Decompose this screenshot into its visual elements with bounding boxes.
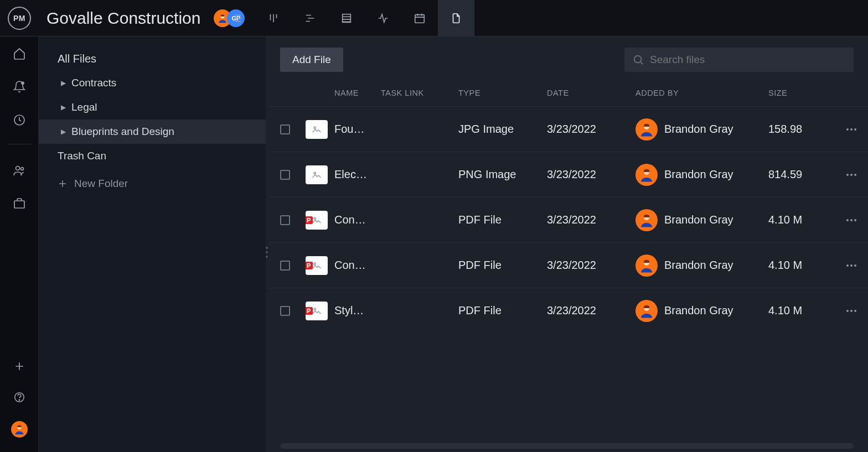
added-by-name: Brandon Gray: [664, 304, 733, 317]
more-horizontal-icon: [845, 304, 858, 318]
row-more-button[interactable]: [835, 123, 868, 136]
col-size[interactable]: SIZE: [768, 89, 835, 97]
recent-icon[interactable]: [12, 113, 27, 127]
row-checkbox[interactable]: [280, 124, 290, 134]
file-thumbnail: [306, 165, 328, 184]
search-icon: [632, 54, 644, 66]
svg-point-4: [22, 82, 24, 84]
file-type: PDF File: [458, 304, 547, 317]
file-thumbnail: P: [306, 256, 328, 275]
tree-folder[interactable]: ▶Blueprints and Design: [39, 120, 266, 144]
row-more-button[interactable]: [835, 259, 868, 272]
add-icon[interactable]: [12, 359, 27, 373]
file-name[interactable]: Foundation Blu...: [334, 123, 381, 136]
file-name[interactable]: Conceptual Dr...: [334, 259, 381, 272]
svg-point-12: [634, 56, 642, 63]
caret-right-icon: ▶: [61, 128, 66, 136]
avatar[interactable]: [636, 300, 658, 322]
file-size: 4.10 M: [768, 214, 835, 226]
file-thumbnail: [306, 120, 328, 139]
svg-point-36: [850, 310, 852, 312]
avatar[interactable]: [636, 254, 658, 277]
svg-point-16: [850, 128, 852, 131]
user-avatar[interactable]: [11, 421, 28, 438]
table-row[interactable]: PConceptual Dr...PDF File3/23/2022Brando…: [269, 242, 868, 288]
search-input[interactable]: [650, 54, 846, 66]
file-type: PNG Image: [458, 168, 547, 181]
board-view-icon: [267, 12, 280, 24]
folder-sidebar: All Files ▶Contracts▶Legal▶Blueprints an…: [39, 37, 266, 452]
tree-trash[interactable]: Trash Can: [39, 144, 266, 168]
gantt-view-icon: [304, 12, 316, 24]
top-bar: PM Govalle Construction GP: [0, 0, 868, 37]
portfolio-icon[interactable]: [12, 196, 27, 211]
table-row[interactable]: Foundation Blu...JPG Image3/23/2022Brand…: [269, 106, 868, 152]
plus-icon: [58, 179, 68, 189]
sheet-view-tab[interactable]: [328, 0, 365, 37]
files-view-tab[interactable]: [438, 0, 474, 37]
folder-label: Blueprints and Design: [71, 126, 174, 138]
svg-point-10: [19, 399, 19, 400]
added-by: Brandon Gray: [636, 164, 768, 186]
col-task-link[interactable]: TASK LINK: [381, 89, 458, 97]
activity-view-tab[interactable]: [365, 0, 401, 37]
team-icon[interactable]: [12, 163, 27, 178]
svg-point-32: [854, 264, 856, 267]
file-name[interactable]: Style Referenc...: [334, 304, 381, 317]
table-row[interactable]: PStyle Referenc...PDF File3/23/2022Brand…: [269, 288, 868, 333]
col-name[interactable]: NAME: [334, 89, 381, 97]
home-icon[interactable]: [12, 46, 27, 61]
app-logo[interactable]: PM: [8, 7, 31, 30]
notifications-icon[interactable]: [12, 80, 27, 94]
board-view-tab[interactable]: [255, 0, 292, 37]
file-date: 3/23/2022: [547, 123, 636, 136]
folder-label: Legal: [71, 101, 97, 113]
sidebar-resize-handle[interactable]: [266, 247, 268, 258]
file-thumbnail: P: [306, 302, 328, 320]
avatar[interactable]: [636, 164, 658, 186]
svg-point-26: [850, 219, 852, 221]
file-type: PDF File: [458, 259, 547, 272]
view-tabs: [219, 0, 474, 37]
horizontal-scrollbar[interactable]: [280, 443, 854, 449]
tree-folder[interactable]: ▶Contracts: [39, 71, 266, 95]
row-checkbox[interactable]: [280, 215, 290, 225]
svg-point-21: [850, 174, 852, 176]
gantt-view-tab[interactable]: [292, 0, 328, 37]
calendar-view-tab[interactable]: [401, 0, 438, 37]
row-checkbox[interactable]: [280, 306, 290, 316]
row-checkbox[interactable]: [280, 170, 290, 180]
svg-point-35: [846, 310, 849, 312]
col-date[interactable]: DATE: [547, 89, 636, 97]
tree-root-all-files[interactable]: All Files: [39, 46, 266, 71]
avatar[interactable]: [636, 209, 658, 231]
avatar[interactable]: [636, 118, 658, 141]
row-more-button[interactable]: [835, 304, 868, 318]
row-checkbox[interactable]: [280, 261, 290, 271]
file-type: PDF File: [458, 214, 547, 226]
list-view-tab[interactable]: [219, 0, 255, 37]
file-name[interactable]: Electrical and ...: [334, 168, 381, 181]
table-row[interactable]: PConceptual Dr...PDF File3/23/2022Brando…: [269, 197, 868, 242]
col-added-by[interactable]: ADDED BY: [636, 89, 768, 97]
table-row[interactable]: Electrical and ...PNG Image3/23/2022Bran…: [269, 152, 868, 197]
added-by: Brandon Gray: [636, 209, 768, 231]
row-more-button[interactable]: [835, 168, 868, 181]
row-more-button[interactable]: [835, 214, 868, 227]
file-size: 4.10 M: [768, 304, 835, 317]
svg-point-37: [854, 310, 856, 312]
file-name[interactable]: Conceptual Dr...: [334, 214, 381, 226]
col-type[interactable]: TYPE: [458, 89, 547, 97]
help-icon[interactable]: [12, 390, 27, 404]
project-title: Govalle Construction: [46, 9, 200, 28]
svg-point-15: [846, 128, 849, 131]
svg-rect-2: [343, 14, 351, 22]
new-folder-button[interactable]: New Folder: [39, 172, 266, 196]
added-by: Brandon Gray: [636, 254, 768, 277]
add-file-button[interactable]: Add File: [280, 48, 343, 72]
activity-view-icon: [377, 12, 389, 24]
tree-folder[interactable]: ▶Legal: [39, 95, 266, 120]
divider: [7, 144, 32, 144]
search-box[interactable]: [624, 48, 854, 72]
svg-point-17: [854, 128, 856, 131]
